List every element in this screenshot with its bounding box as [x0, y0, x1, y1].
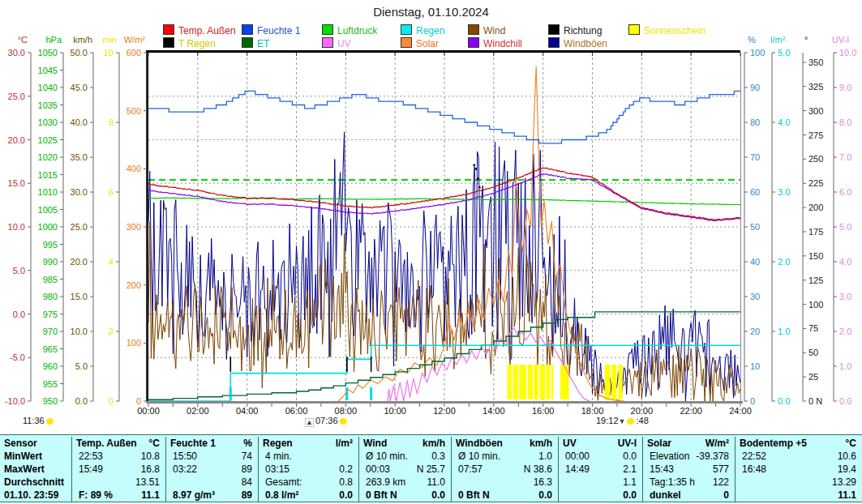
cell-time-or-label: dunkel — [650, 489, 681, 502]
deg-tick-label: 175 — [808, 227, 823, 237]
cell-value: 89 — [242, 489, 252, 502]
deg-tick-label: 75 — [808, 323, 818, 333]
deg-tick-label: 275 — [808, 130, 823, 140]
cell-time-or-label: Ø 10 min. — [458, 450, 500, 463]
kmh-tick-label: 30.0 — [71, 187, 88, 197]
cell-value: 16.8 — [141, 463, 160, 476]
sunshine-bar — [605, 365, 611, 399]
cell-time-or-label: 16:48 — [742, 463, 766, 476]
stats-row-01-10-23-59: 01.10. 23:59F: 89 %11.18.97 g/m³890.8 l/… — [0, 489, 862, 502]
stats-cell-uv: UVUV-I — [558, 437, 643, 450]
column-name: Wind — [363, 437, 387, 450]
sunset-marker: 19:12▼:48 — [596, 416, 649, 425]
lm2-tick-label: 0.0 — [778, 396, 790, 406]
uvi-axis-title: UV-I — [832, 35, 849, 45]
kmh-tick-label: 20.0 — [71, 257, 88, 267]
pct-tick-label: 70 — [750, 152, 760, 162]
cell-time-or-label: 263.9 km — [366, 476, 405, 489]
kmh-tick-label: 35.0 — [71, 152, 88, 162]
stats-cell-uv: 1.1 — [558, 476, 643, 489]
cell-time-or-label: Ø 10 min. — [366, 450, 408, 463]
cell-value: 577 — [713, 463, 729, 476]
pct-tick-label: 40 — [750, 257, 760, 267]
column-unit: °C — [846, 437, 856, 450]
hpa-tick-label: 1045 — [38, 66, 58, 75]
min-axis-title: min — [102, 35, 117, 45]
x-tick-label: 14:00 — [482, 406, 505, 416]
temp-tick-label: 15.0 — [8, 178, 25, 188]
stats-cell-windb-en: Windböenkm/h — [451, 437, 559, 450]
sun-icon — [340, 418, 347, 425]
stats-cell-bodentemp-5: 16:4819.4 — [735, 463, 862, 476]
cell-value: 0.0 — [431, 489, 445, 502]
stats-cell-uv: 14:492.1 — [558, 463, 643, 476]
temp-tick-label: -5.0 — [10, 352, 25, 362]
min-tick-label: 2 — [109, 327, 114, 336]
hpa-tick-label: 990 — [43, 257, 58, 267]
kmh-tick-label: 0.0 — [75, 396, 88, 406]
cell-time-or-label: 22:53 — [79, 450, 103, 463]
stats-cell-feuchte-1: 15:5074 — [165, 450, 259, 463]
stats-cell-solar: Tag:1:35 h122 — [642, 476, 735, 489]
column-unit: UV-I — [618, 437, 637, 450]
stats-row-maxwert: MaxWert15:4916.803:228903:150.200:03N 25… — [0, 463, 862, 476]
column-name: Regen — [263, 437, 293, 450]
deg-tick-label: 150 — [808, 251, 823, 261]
stats-cell-regen: 0.8 l/m²0.0 — [258, 489, 359, 502]
cell-value: 0 — [723, 489, 729, 502]
column-unit: °C — [149, 437, 160, 450]
temp-tick-label: 5.0 — [13, 266, 25, 275]
cell-time-or-label: 03:15 — [265, 463, 289, 476]
plot-border-bottom — [146, 401, 743, 404]
pct-tick-label: 100 — [750, 48, 765, 58]
temp-tick-label: 30.0 — [8, 48, 25, 58]
stats-cell-regen: 4 min. — [258, 450, 359, 463]
wm2-tick-label: 500 — [127, 106, 141, 116]
stats-cell-feuchte-1: 8.97 g/m³89 — [165, 489, 259, 502]
deg-tick-label: 125 — [808, 275, 823, 285]
wm2-tick-label: 100 — [127, 338, 141, 348]
cell-value: 11.1 — [141, 489, 160, 502]
cell-value: N 25.7 — [417, 463, 445, 476]
deg-tick-label: 300 — [808, 106, 823, 116]
hpa-tick-label: 995 — [43, 240, 58, 250]
cell-value: 10.6 — [838, 450, 856, 463]
wm2-tick-label: 0 — [136, 396, 141, 406]
deg-tick-label: 25 — [808, 372, 818, 382]
hpa-tick-label: 1000 — [38, 222, 58, 232]
temp-tick-label: 20.0 — [8, 135, 25, 145]
cell-time-or-label: 22:52 — [742, 450, 766, 463]
hpa-tick-label: 950 — [43, 396, 58, 406]
deg-tick-label: 250 — [808, 154, 823, 164]
stats-cell-uv: 00:000.0 — [558, 450, 643, 463]
uvi-tick-label: 2.0 — [839, 327, 851, 336]
row-label: 01.10. 23:59 — [0, 489, 75, 502]
sunrise-time: 07:36 — [315, 416, 338, 425]
pct-tick-label: 90 — [750, 83, 760, 92]
min-tick-label: 4 — [109, 257, 114, 267]
pct-tick-label: 50 — [750, 222, 760, 232]
x-tick-label: 04:00 — [236, 406, 259, 416]
hpa-tick-label: 1020 — [38, 152, 58, 162]
lm2-tick-label: 3.0 — [778, 187, 790, 197]
stats-cell-regen: 03:150.2 — [258, 463, 359, 476]
hpa-tick-label: 1040 — [38, 83, 58, 92]
bottom-left-time-marker: 11:36 — [23, 416, 55, 425]
stats-cell-windb-en: Ø 10 min.1.0 — [451, 450, 559, 463]
column-unit: l/m² — [336, 437, 353, 450]
deg-tick-label: 0 N — [808, 396, 822, 406]
column-unit: % — [243, 437, 252, 450]
lm2-tick-label: 1.0 — [778, 327, 790, 336]
stats-row-durchschnitt: Durchschnitt13.5184Gesamt:0.8263.9 km11.… — [0, 476, 862, 489]
sunshine-bar — [534, 365, 538, 399]
cell-value: 0.0 — [623, 450, 637, 463]
uvi-tick-label: 10.0 — [839, 48, 856, 58]
cell-time-or-label: 0 Bft N — [366, 489, 397, 502]
x-tick-label: 12:00 — [433, 406, 456, 416]
uvi-tick-label: 0.0 — [839, 396, 851, 406]
pct-tick-label: 80 — [750, 117, 760, 127]
stats-cell-regen: Gesamt:0.8 — [258, 476, 359, 489]
hpa-tick-label: 975 — [43, 310, 58, 319]
stats-cell-wind: Windkm/h — [358, 437, 452, 450]
hpa-tick-label: 965 — [43, 344, 58, 354]
